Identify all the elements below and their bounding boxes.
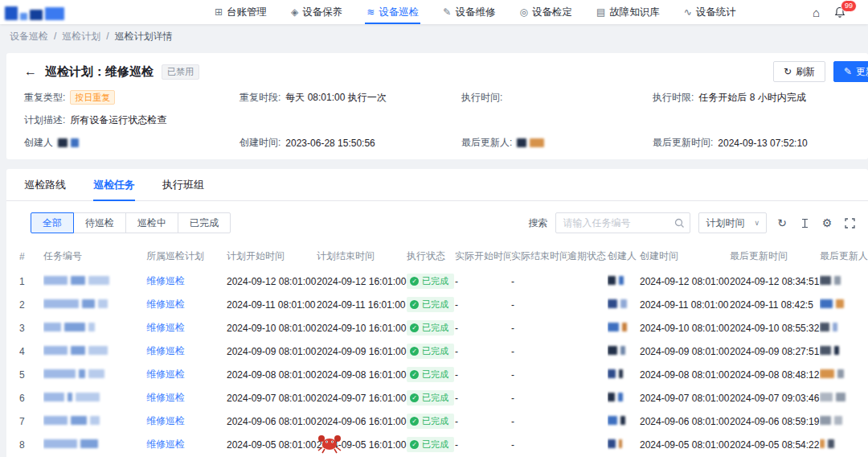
nav-item-设备巡检[interactable]: ≋设备巡检 [354, 0, 431, 24]
plan-link[interactable]: 维修巡检 [146, 368, 185, 380]
row-index: 4 [19, 340, 43, 363]
column-header: 执行状态 [407, 243, 455, 270]
nav-item-台账管理[interactable]: ⊞台账管理 [203, 0, 279, 24]
table-refresh-icon[interactable]: ↻ [775, 216, 789, 229]
row-index: 6 [19, 386, 43, 410]
menu-item-label: 设备保养 [302, 6, 342, 19]
creator-cell [608, 386, 640, 410]
nav-item-设备检定[interactable]: ◎设备检定 [507, 0, 583, 24]
status-badge: ✓已完成 [407, 344, 454, 359]
plan-end-cell: 2024-09-09 16:01:00 [317, 340, 407, 363]
task-number-cell [43, 316, 146, 340]
plan-link[interactable]: 维修巡检 [146, 322, 185, 333]
creator-redacted [608, 346, 625, 355]
description-label: 计划描述: [24, 113, 65, 127]
time-filter-value: 计划时间 [706, 216, 744, 230]
breadcrumb-item[interactable]: 巡检计划 [62, 30, 100, 43]
plan-link[interactable]: 维修巡检 [146, 438, 185, 450]
table-row: 1维修巡检2024-09-12 08:01:002024-09-12 16:01… [19, 270, 868, 293]
task-number-redacted [43, 346, 108, 355]
search-box [555, 212, 690, 233]
home-icon[interactable]: ⌂ [813, 6, 820, 19]
search-input[interactable] [555, 212, 690, 233]
refresh-button[interactable]: ↻ 刷新 [773, 61, 825, 82]
plan-start-cell: 2024-09-07 08:01:00 [227, 386, 317, 410]
task-table: #任务编号所属巡检计划计划开始时间计划结束时间执行状态实际开始时间实际结束时间逾… [19, 243, 868, 457]
menu-item-icon: ▤ [596, 6, 605, 18]
plan-cell: 维修巡检 [146, 410, 227, 433]
chevron-down-icon: ∨ [754, 219, 760, 227]
update-plan-button[interactable]: ✎ 更新计划 [833, 61, 868, 82]
plan-link[interactable]: 维修巡检 [146, 392, 185, 403]
plan-start-cell: 2024-09-10 08:01:00 [227, 316, 317, 340]
page-title: 巡检计划：维修巡检 [45, 64, 154, 80]
filter-待巡检[interactable]: 待巡检 [73, 212, 126, 233]
tab-巡检路线[interactable]: 巡检路线 [24, 178, 66, 201]
plan-link[interactable]: 维修巡检 [146, 275, 185, 286]
creator-redacted [608, 323, 627, 331]
column-header: 计划开始时间 [227, 243, 317, 270]
plan-cell: 维修巡检 [146, 386, 227, 410]
tab-巡检任务[interactable]: 巡检任务 [93, 178, 135, 201]
breadcrumb-item: 巡检计划详情 [115, 30, 173, 43]
plan-link[interactable]: 维修巡检 [146, 345, 185, 356]
update-time-label: 最后更新时间: [653, 136, 713, 150]
tab-执行班组[interactable]: 执行班组 [162, 178, 204, 201]
status-text: 已完成 [422, 438, 448, 451]
creator-cell [608, 316, 640, 340]
plan-start-cell: 2024-09-06 08:01:00 [227, 410, 317, 433]
status-text: 已完成 [422, 415, 448, 427]
search-icon[interactable] [674, 218, 685, 228]
plan-cell: 维修巡检 [146, 340, 227, 363]
update-time-cell: 2024-09-09 08:27:51 [730, 340, 820, 363]
column-header: 创建时间 [640, 243, 730, 270]
actual-end-cell: - [511, 316, 567, 340]
updater-redacted [820, 393, 845, 401]
plan-end-cell: 2024-09-12 16:01:00 [317, 270, 407, 293]
task-number-redacted [43, 299, 108, 308]
menu-item-icon: ⊞ [215, 6, 223, 18]
nav-item-设备维修[interactable]: ✎设备维修 [431, 0, 507, 24]
plan-cell: 维修巡检 [146, 433, 227, 456]
column-header: 最后更新人 [820, 243, 868, 270]
status-cell: ✓已完成 [407, 386, 455, 410]
column-header: 逾期状态 [567, 243, 608, 270]
plan-end-cell: 2024-09-10 16:01:00 [317, 316, 407, 340]
overdue-cell [567, 293, 608, 316]
row-index: 3 [19, 316, 43, 340]
filter-全部[interactable]: 全部 [31, 212, 74, 233]
menu-item-icon: ◎ [519, 6, 527, 18]
nav-item-设备统计[interactable]: ∿设备统计 [672, 0, 748, 24]
overdue-cell [567, 433, 608, 456]
create-time-cell: 2024-09-11 08:01:00 [640, 293, 730, 316]
nav-item-设备保养[interactable]: ◈设备保养 [279, 0, 354, 24]
notification-bell-icon[interactable]: 99 [834, 6, 845, 19]
exec-limit-label: 执行时限: [653, 91, 694, 105]
create-time-cell: 2024-09-09 08:01:00 [640, 340, 730, 363]
fullscreen-icon[interactable] [842, 218, 857, 228]
plan-cell: 维修巡检 [146, 316, 227, 340]
task-number-cell [43, 433, 146, 456]
column-header: 任务编号 [43, 243, 146, 270]
filter-已完成[interactable]: 已完成 [178, 212, 231, 233]
status-badge: ✓已完成 [407, 367, 454, 382]
breadcrumb-item[interactable]: 设备巡检 [10, 30, 48, 43]
status-cell: ✓已完成 [407, 316, 455, 340]
plan-link[interactable]: 维修巡检 [146, 415, 185, 426]
table-row: 4维修巡检2024-09-09 08:01:002024-09-09 16:01… [19, 340, 868, 363]
description-value: 所有设备运行状态检查 [70, 113, 166, 127]
menu-item-icon: ◈ [291, 6, 298, 18]
plan-link[interactable]: 维修巡检 [146, 298, 185, 310]
gear-icon[interactable]: ⚙ [820, 216, 834, 229]
nav-item-故障知识库[interactable]: ▤故障知识库 [584, 0, 672, 24]
row-height-icon[interactable] [797, 218, 812, 228]
exec-time-field: 执行时间: [461, 90, 653, 105]
time-filter-select[interactable]: 计划时间 ∨ [698, 212, 767, 233]
actual-end-cell: - [511, 386, 567, 410]
back-button[interactable]: ← [24, 64, 37, 79]
table-row: 5维修巡检2024-09-08 08:01:002024-09-08 16:01… [19, 363, 868, 386]
filter-巡检中[interactable]: 巡检中 [125, 212, 178, 233]
actual-end-cell: - [511, 340, 567, 363]
disabled-status-badge: 已禁用 [162, 64, 199, 80]
column-header: # [19, 243, 43, 270]
